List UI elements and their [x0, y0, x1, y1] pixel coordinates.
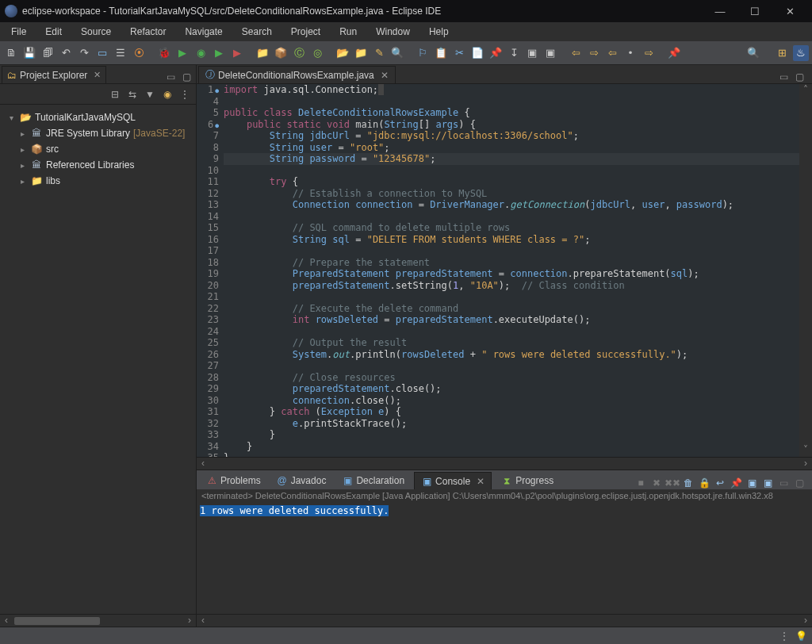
cut-icon[interactable]: ✂ — [451, 45, 467, 61]
new-icon[interactable]: 🗎 — [3, 45, 19, 61]
menu-project[interactable]: Project — [282, 22, 330, 41]
save-all-icon[interactable]: 🗐 — [40, 45, 56, 61]
forward-icon[interactable]: ⇨ — [586, 45, 602, 61]
paste-icon[interactable]: 📋 — [433, 45, 449, 61]
tab-console[interactable]: ▣ Console ✕ — [414, 472, 492, 489]
close-explorer-icon[interactable]: ✕ — [94, 70, 101, 80]
run-icon[interactable]: ▶ — [174, 45, 190, 61]
explorer-hscrollbar[interactable]: ‹ › — [0, 614, 196, 627]
open-folder-icon[interactable]: 📁 — [353, 45, 369, 61]
coverage-icon[interactable]: ◉ — [193, 45, 209, 61]
scroll-right-icon[interactable]: › — [799, 458, 812, 470]
scroll-left-icon[interactable]: ‹ — [197, 615, 209, 627]
scroll-right-icon[interactable]: › — [799, 615, 812, 627]
link-editor-icon[interactable]: ⇆ — [126, 88, 139, 101]
search-icon[interactable]: 🔍 — [389, 45, 405, 61]
menu-run[interactable]: Run — [330, 22, 366, 41]
close-button[interactable]: ✕ — [772, 0, 807, 22]
terminate-icon[interactable]: ■ — [634, 477, 647, 489]
tree-item-reflibs[interactable]: ▸ 🏛 Referenced Libraries — [3, 157, 193, 173]
terminal2-icon[interactable]: ▣ — [542, 45, 558, 61]
prev-edit-icon[interactable]: ⇦ — [604, 45, 620, 61]
tree-twisty-icon[interactable]: ▸ — [17, 129, 27, 138]
build-icon[interactable]: ▭ — [94, 45, 110, 61]
open-task-icon[interactable]: 📂 — [335, 45, 350, 61]
scroll-up-icon[interactable]: ˄ — [799, 84, 812, 97]
debug-icon[interactable]: 🐞 — [156, 45, 172, 61]
terminal-icon[interactable]: ▣ — [524, 45, 540, 61]
menu-search[interactable]: Search — [232, 22, 282, 41]
wand-icon[interactable]: ✎ — [371, 45, 387, 61]
redo-icon[interactable]: ↷ — [76, 45, 92, 61]
external-tools-icon[interactable]: ▶ — [229, 45, 245, 61]
code-editor[interactable]: 1456789101112131415161718192021222324252… — [197, 84, 812, 457]
menu-source[interactable]: Source — [71, 22, 121, 41]
line-number-gutter[interactable]: 1456789101112131415161718192021222324252… — [197, 84, 224, 457]
code-content[interactable]: import java.sql.Connection; public class… — [224, 84, 799, 457]
pin-icon[interactable]: 📌 — [488, 45, 504, 61]
word-wrap-icon[interactable]: ↩ — [714, 477, 726, 489]
skip-breakpoints-icon[interactable]: ⦿ — [131, 45, 147, 61]
remove-launch-icon[interactable]: ✖ — [650, 477, 663, 489]
back-icon[interactable]: ⇦ — [568, 45, 584, 61]
tab-declaration[interactable]: ▣ Declaration — [335, 472, 411, 489]
close-console-tab-icon[interactable]: ✕ — [477, 476, 485, 487]
run-last-icon[interactable]: ▶ — [211, 45, 227, 61]
minimize-view-icon[interactable]: ▭ — [164, 71, 177, 83]
clear-console-icon[interactable]: 🗑 — [682, 477, 695, 489]
console-output[interactable]: 1 rows were deleted successfully. — [197, 504, 812, 614]
editor-hscrollbar[interactable]: ‹ › — [197, 457, 812, 470]
scroll-left-icon[interactable]: ‹ — [0, 615, 13, 627]
close-tab-icon[interactable]: ✕ — [381, 70, 389, 81]
menu-refactor[interactable]: Refactor — [121, 22, 175, 41]
menu-window[interactable]: Window — [366, 22, 419, 41]
project-explorer-tab[interactable]: 🗂 Project Explorer ✕ — [2, 66, 106, 83]
pin-console-icon[interactable]: 📌 — [730, 477, 742, 489]
status-menu-icon[interactable]: ⋮ — [779, 631, 789, 642]
focus-icon[interactable]: ◉ — [161, 88, 174, 101]
tip-icon[interactable]: 💡 — [795, 631, 807, 642]
tab-javadoc[interactable]: @ Javadoc — [270, 472, 333, 489]
collapse-all-icon[interactable]: ⊟ — [109, 88, 121, 101]
undo-icon[interactable]: ↶ — [58, 45, 74, 61]
copy-icon[interactable]: 📄 — [469, 45, 485, 61]
menu-navigate[interactable]: Navigate — [175, 22, 232, 41]
scroll-lock-icon[interactable]: 🔒 — [698, 477, 710, 489]
java-perspective-icon[interactable]: ♨ — [793, 45, 809, 61]
tree-twisty-icon[interactable]: ▸ — [17, 145, 27, 154]
open-perspective-icon[interactable]: ⊞ — [774, 45, 790, 61]
view-menu-icon[interactable]: ⋮ — [178, 88, 191, 101]
tree-item-libs[interactable]: ▸ 📁 libs — [3, 173, 193, 189]
menu-file[interactable]: File — [2, 22, 36, 41]
open-console-icon[interactable]: ▣ — [761, 477, 774, 489]
maximize-editor-icon[interactable]: ▢ — [793, 71, 806, 83]
console-hscrollbar[interactable]: ‹ › — [197, 614, 812, 627]
tree-root[interactable]: ▾ 📂 TutorialKartJavaMySQL — [3, 109, 193, 125]
save-icon[interactable]: 💾 — [21, 45, 37, 61]
new-class-icon[interactable]: Ⓒ — [291, 45, 307, 61]
minimize-button[interactable]: — — [703, 0, 737, 22]
maximize-button[interactable]: ☐ — [737, 0, 772, 22]
project-tree[interactable]: ▾ 📂 TutorialKartJavaMySQL ▸ 🏛 JRE System… — [0, 105, 196, 614]
maximize-view-icon[interactable]: ▢ — [180, 71, 193, 83]
scroll-right-icon[interactable]: › — [183, 615, 196, 627]
remove-all-icon[interactable]: ✖✖ — [666, 477, 679, 489]
menu-help[interactable]: Help — [419, 22, 458, 41]
scroll-down-icon[interactable]: ˅ — [799, 444, 812, 457]
menu-edit[interactable]: Edit — [36, 22, 71, 41]
open-type-icon[interactable]: ◎ — [309, 45, 325, 61]
tree-twisty-icon[interactable]: ▾ — [6, 113, 16, 122]
min-bottom-icon[interactable]: ▭ — [777, 477, 790, 489]
scroll-left-icon[interactable]: ‹ — [197, 458, 209, 470]
display-console-icon[interactable]: ▣ — [745, 477, 758, 489]
editor-tab[interactable]: Ⓙ DeleteConditionalRowsExample.java ✕ — [198, 66, 396, 83]
tab-progress[interactable]: ⧗ Progress — [495, 472, 560, 489]
nav-forward-icon[interactable]: ⇨ — [641, 45, 657, 61]
quick-access-icon[interactable]: 🔍 — [745, 45, 761, 61]
step-icon[interactable]: ↧ — [506, 45, 522, 61]
filter-icon[interactable]: ▼ — [144, 88, 156, 101]
minimize-editor-icon[interactable]: ▭ — [777, 71, 790, 83]
tree-twisty-icon[interactable]: ▸ — [17, 161, 27, 170]
next-edit-icon[interactable]: • — [622, 45, 638, 61]
tree-twisty-icon[interactable]: ▸ — [17, 177, 27, 186]
